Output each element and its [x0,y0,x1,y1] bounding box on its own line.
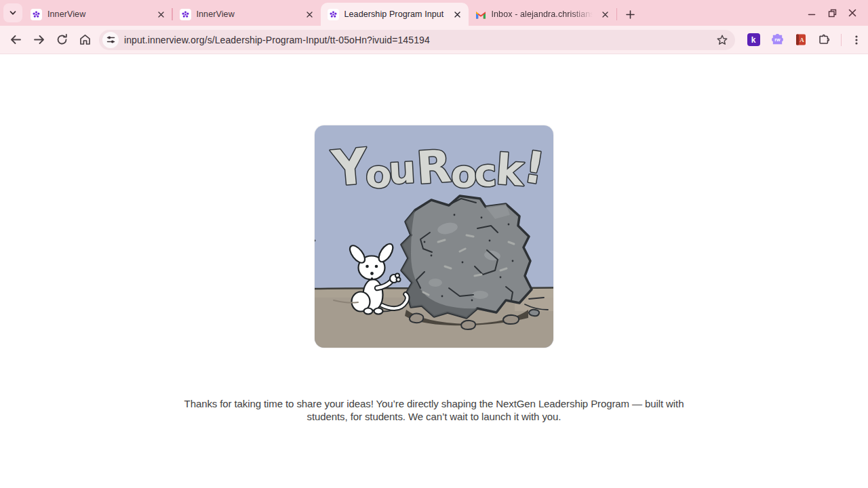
tab-label: Leadership Program Input [344,9,447,19]
keeper-extension-icon[interactable]: k [747,33,760,46]
tune-sliders-icon [106,35,116,45]
tab-separator [616,8,618,20]
minimize-button[interactable] [802,3,822,23]
tab-close-icon[interactable] [304,9,315,20]
you-rock-illustration: Y o u R o c k ! [315,125,553,348]
svg-text:R: R [415,140,453,195]
tab-innerview-1[interactable]: InnerView [24,3,172,26]
svg-text:A: A [800,37,804,43]
browser-menu-button[interactable] [852,35,861,45]
reload-button[interactable] [50,28,73,52]
innerview-flower-icon [31,9,42,20]
window-controls [802,0,863,26]
tab-innerview-2[interactable]: InnerView [173,3,321,26]
restore-icon [828,9,837,18]
kebab-menu-icon [852,35,861,45]
keeper-badge-letter: k [751,35,756,45]
web-page-content: Y o u R o c k ! [0,54,868,487]
extensions-puzzle-button[interactable] [817,33,831,47]
forward-button[interactable] [27,28,50,52]
minimize-icon [808,9,816,17]
innerview-flower-icon [328,9,339,20]
toolbar-separator [841,34,842,46]
readwrite-extension-icon[interactable]: rw [770,33,785,47]
bookmark-star-button[interactable] [716,34,728,46]
browser-toolbar: input.innerview.org/s/Leadership-Program… [0,26,868,54]
dictionary-extension-icon[interactable]: A [795,33,807,46]
new-tab-button[interactable] [621,5,639,23]
svg-text:c: c [473,150,497,195]
forward-arrow-icon [33,33,45,46]
tab-close-icon[interactable] [155,9,166,20]
star-icon [716,34,728,46]
extensions-puzzle-icon [817,33,831,47]
back-button[interactable] [4,28,27,52]
site-info-button[interactable] [102,32,119,48]
you-rock-lettering: Y o u R o c k ! [329,138,548,197]
tab-label: InnerView [47,9,150,19]
tab-close-icon[interactable] [452,9,463,20]
thank-you-message: Thanks for taking time to share your ide… [168,397,700,423]
gmail-icon [475,10,486,19]
home-button[interactable] [73,28,96,52]
reload-icon [56,33,68,46]
address-bar[interactable]: input.innerview.org/s/Leadership-Program… [99,30,735,50]
restore-button[interactable] [822,3,842,23]
tab-label: Inbox - alejandra.christiansen.s [492,9,595,19]
close-icon [848,9,856,17]
svg-text:rw: rw [774,37,781,43]
back-arrow-icon [9,33,22,46]
svg-text:u: u [387,147,416,192]
tab-label: InnerView [197,9,299,19]
tab-gmail-inbox[interactable]: Inbox - alejandra.christiansen.s [469,3,616,26]
home-icon [79,33,92,46]
url-text[interactable]: input.innerview.org/s/Leadership-Program… [124,35,716,45]
innerview-flower-icon [180,9,191,20]
tab-search-button[interactable] [3,3,22,22]
tab-close-icon[interactable] [600,9,611,20]
chevron-down-icon [9,9,17,17]
browser-tab-bar: InnerView InnerView [0,0,868,26]
extensions-row: k rw A [747,33,862,47]
tab-leadership-program-input[interactable]: Leadership Program Input [321,3,469,26]
close-window-button[interactable] [842,3,863,23]
plus-icon [626,10,635,19]
